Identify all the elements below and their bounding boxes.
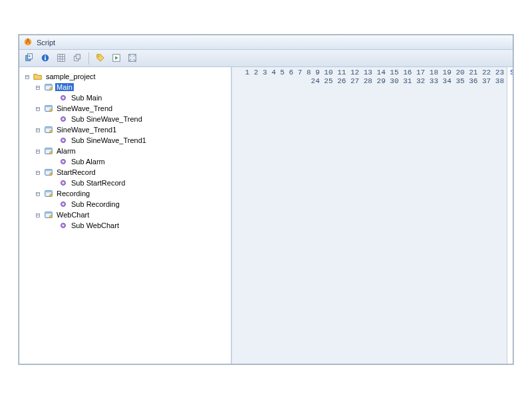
svg-rect-23 xyxy=(45,127,53,129)
svg-point-36 xyxy=(63,182,65,184)
expand-icon xyxy=(128,53,137,64)
info-button[interactable] xyxy=(38,52,53,65)
grid-icon xyxy=(57,53,66,64)
svg-point-29 xyxy=(50,152,53,154)
tree-module-item[interactable]: ⊟Main xyxy=(22,82,228,92)
window-title: Script xyxy=(37,39,55,47)
svg-rect-18 xyxy=(45,106,53,108)
module-icon xyxy=(43,104,54,113)
tree-sub-item[interactable]: Sub SineWave_Trend1 xyxy=(22,135,228,146)
tree-label: Sub StartRecord xyxy=(70,179,126,187)
tree-toggle[interactable]: ⊟ xyxy=(23,72,31,81)
code-editor[interactable]: SubMain() Sleep(100) Runscript("SineWave… xyxy=(507,67,513,364)
sub-icon xyxy=(58,93,68,102)
info-icon xyxy=(41,53,50,64)
sub-icon xyxy=(58,178,68,188)
tree-pane[interactable]: ⊟sample_project⊟MainSub Main⊟SineWave_Tr… xyxy=(19,67,232,364)
svg-point-9 xyxy=(98,55,100,57)
titlebar: Script xyxy=(19,35,513,50)
tree-sub-item[interactable]: Sub StartRecord xyxy=(22,178,228,188)
code-pane: 1 2 3 4 5 6 7 8 9 10 11 12 13 14 15 16 1… xyxy=(232,67,513,364)
svg-point-14 xyxy=(50,88,53,90)
svg-rect-38 xyxy=(45,191,53,193)
tree-label: WebChart xyxy=(55,211,90,219)
tag-icon xyxy=(96,53,105,64)
svg-point-26 xyxy=(63,140,65,142)
run-button[interactable] xyxy=(109,52,124,65)
tree-label: Alarm xyxy=(55,147,77,155)
tree-module-item[interactable]: ⊟StartRecord xyxy=(22,167,228,178)
svg-point-44 xyxy=(50,215,53,218)
svg-rect-8 xyxy=(76,54,80,59)
tree-toggle[interactable]: ⊟ xyxy=(34,211,42,219)
tree-label: SineWave_Trend xyxy=(55,104,114,112)
tree-module-item[interactable]: ⊟SineWave_Trend1 xyxy=(22,124,228,135)
tree-sub-item[interactable]: Sub SineWave_Trend xyxy=(22,114,228,124)
script-window: Script ⊟sample_project⊟MainSub Main⊟Sine… xyxy=(19,35,513,364)
svg-rect-5 xyxy=(45,55,46,57)
tree-label: Sub Recording xyxy=(70,200,121,208)
folder-icon xyxy=(33,72,43,81)
tree-sub-item[interactable]: Sub WebChart xyxy=(22,220,228,231)
tree-toggle[interactable]: ⊟ xyxy=(34,147,42,156)
svg-point-24 xyxy=(50,130,53,133)
svg-point-34 xyxy=(50,173,53,176)
split-pane: ⊟sample_project⊟MainSub Main⊟SineWave_Tr… xyxy=(19,67,513,364)
svg-rect-33 xyxy=(45,170,53,172)
tree-label: Sub Alarm xyxy=(70,158,106,166)
module-icon xyxy=(43,146,54,156)
tag-button[interactable] xyxy=(93,52,108,65)
copy-icon xyxy=(72,53,82,64)
svg-rect-6 xyxy=(58,54,65,61)
tree-module-item[interactable]: ⊟WebChart xyxy=(22,209,228,220)
sub-icon xyxy=(58,200,68,209)
svg-point-46 xyxy=(63,225,65,227)
svg-point-39 xyxy=(50,194,53,197)
tree-label: Recording xyxy=(55,190,91,198)
fullscreen-button[interactable] xyxy=(125,52,140,65)
svg-rect-43 xyxy=(45,212,53,214)
tree-toggle[interactable]: ⊟ xyxy=(34,190,42,198)
svg-rect-28 xyxy=(45,148,53,150)
svg-rect-4 xyxy=(45,57,46,60)
module-icon xyxy=(43,210,54,219)
svg-rect-13 xyxy=(45,84,53,86)
calendar-button[interactable] xyxy=(54,52,68,65)
module-icon xyxy=(43,168,54,177)
tree-toggle[interactable]: ⊟ xyxy=(34,168,42,177)
tree-label: Sub WebChart xyxy=(70,221,120,229)
toolbar xyxy=(19,50,513,67)
new-script-button[interactable] xyxy=(22,52,37,65)
module-icon xyxy=(43,189,54,198)
svg-point-16 xyxy=(63,97,65,99)
tree-label: StartRecord xyxy=(55,168,97,176)
tree-toggle[interactable]: ⊟ xyxy=(34,83,42,92)
svg-point-19 xyxy=(50,109,53,112)
tree-sub-item[interactable]: Sub Recording xyxy=(22,199,228,209)
tree-toggle[interactable]: ⊟ xyxy=(34,126,42,134)
sub-icon xyxy=(58,157,68,166)
tree-label: Sub SineWave_Trend1 xyxy=(70,136,148,144)
sub-icon xyxy=(58,114,68,124)
tree-label: sample_project xyxy=(45,72,97,80)
sub-icon xyxy=(58,136,68,145)
svg-point-21 xyxy=(63,118,65,120)
tree-module-item[interactable]: ⊟Alarm xyxy=(22,146,228,156)
line-gutter: 1 2 3 4 5 6 7 8 9 10 11 12 13 14 15 16 1… xyxy=(232,67,507,364)
toolbar-divider xyxy=(88,53,89,65)
tree-sub-item[interactable]: Sub Main xyxy=(22,92,228,103)
tree-label: SineWave_Trend1 xyxy=(55,126,118,134)
app-icon xyxy=(23,37,33,48)
tree-toggle[interactable]: ⊟ xyxy=(34,104,42,113)
tree-module-item[interactable]: ⊟sample_project xyxy=(22,71,228,82)
copy-button[interactable] xyxy=(70,52,84,65)
module-icon xyxy=(43,82,54,92)
tree-module-item[interactable]: ⊟SineWave_Trend xyxy=(22,103,228,114)
svg-point-31 xyxy=(63,161,65,163)
tree-module-item[interactable]: ⊟Recording xyxy=(22,188,228,199)
module-icon xyxy=(43,125,54,134)
tree-label: Main xyxy=(55,83,74,91)
svg-point-41 xyxy=(63,203,65,205)
copyplus-icon xyxy=(25,53,34,64)
tree-sub-item[interactable]: Sub Alarm xyxy=(22,156,228,167)
